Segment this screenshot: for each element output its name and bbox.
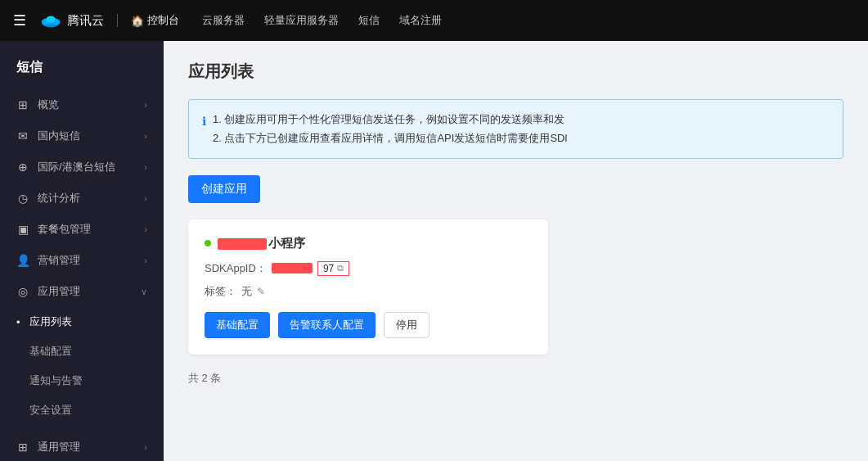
sdk-id-redacted	[272, 263, 313, 273]
sidebar-item-stats[interactable]: ◷ 统计分析 ›	[0, 183, 164, 214]
overview-label: 概览	[38, 97, 59, 112]
hamburger-icon[interactable]: ☰	[13, 11, 26, 29]
app-card: 小程序 SDKAppID： 97 ⧉ 标签： 无 ✎ 基础配置 告警联系人配置 …	[188, 219, 548, 355]
tag-label: 标签：	[205, 284, 236, 299]
logo-text: 腾讯云	[67, 13, 104, 29]
top-nav: ☰ 腾讯云 🏠 控制台 云服务器 轻量应用服务器 短信 域名注册	[0, 0, 868, 41]
stats-label: 统计分析	[38, 191, 80, 206]
domestic-icon: ✉	[16, 129, 29, 142]
tag-row: 标签： 无 ✎	[205, 284, 532, 299]
app-name: 小程序	[218, 236, 305, 251]
sidebar-title: 短信	[0, 49, 164, 89]
app-list-label: 应用列表	[29, 314, 72, 329]
security-label: 安全设置	[29, 403, 72, 418]
info-icon: ℹ	[202, 111, 206, 148]
disable-button[interactable]: 停用	[384, 312, 430, 338]
chevron-icon-domestic: ›	[144, 131, 147, 141]
sdk-value-box: 97 ⧉	[317, 261, 349, 276]
nav-divider	[117, 14, 118, 27]
info-line-2: 2. 点击下方已创建应用查看应用详情，调用短信API发送短信时需要使用SDl	[213, 129, 567, 147]
control-panel-label: 控制台	[147, 13, 179, 28]
sidebar: 短信 ⊞ 概览 › ✉ 国内短信 › ⊕ 国际/港澳台短信 › ◷	[0, 41, 164, 461]
sidebar-sub-item-basic-config[interactable]: 基础配置	[0, 337, 164, 366]
status-dot	[205, 240, 211, 246]
notifications-label: 通知与告警	[29, 373, 83, 388]
packages-icon: ▣	[16, 223, 29, 236]
page-title: 应用列表	[188, 61, 843, 83]
packages-label: 套餐包管理	[38, 222, 91, 237]
sdk-suffix: 97	[323, 263, 334, 274]
domestic-label: 国内短信	[38, 129, 80, 143]
sidebar-sub-item-app-list[interactable]: 应用列表	[0, 307, 164, 337]
overview-icon: ⊞	[16, 98, 29, 111]
app-card-actions: 基础配置 告警联系人配置 停用	[205, 312, 532, 338]
chevron-icon-packages: ›	[144, 224, 147, 234]
tag-value: 无	[241, 284, 252, 299]
menu-domain[interactable]: 域名注册	[399, 13, 442, 28]
menu-cloud-server[interactable]: 云服务器	[202, 13, 245, 28]
sidebar-item-marketing[interactable]: 👤 营销管理 ›	[0, 245, 164, 276]
info-box: ℹ 1. 创建应用可用于个性化管理短信发送任务，例如设置不同的发送频率和发 2.…	[188, 99, 843, 159]
app-name-redacted	[218, 238, 267, 250]
alert-config-button[interactable]: 告警联系人配置	[278, 312, 376, 338]
chevron-icon-intl: ›	[144, 162, 147, 172]
sidebar-item-general[interactable]: ⊞ 通用管理 ›	[0, 432, 164, 461]
sidebar-item-app-mgmt[interactable]: ◎ 应用管理 ∨	[0, 276, 164, 307]
app-mgmt-icon: ◎	[16, 285, 29, 298]
menu-lightweight[interactable]: 轻量应用服务器	[264, 13, 339, 28]
main-content: 应用列表 ℹ 1. 创建应用可用于个性化管理短信发送任务，例如设置不同的发送频率…	[164, 41, 868, 461]
info-line-1: 1. 创建应用可用于个性化管理短信发送任务，例如设置不同的发送频率和发	[213, 110, 567, 129]
chevron-icon-general: ›	[144, 442, 147, 452]
create-app-button[interactable]: 创建应用	[188, 175, 260, 203]
main-layout: 短信 ⊞ 概览 › ✉ 国内短信 › ⊕ 国际/港澳台短信 › ◷	[0, 41, 868, 461]
copy-icon[interactable]: ⧉	[337, 263, 344, 273]
app-card-header: 小程序	[205, 236, 532, 251]
chevron-icon-overview: ›	[144, 100, 147, 110]
basic-config-button[interactable]: 基础配置	[205, 312, 270, 338]
sidebar-sub-item-security[interactable]: 安全设置	[0, 395, 164, 425]
sdk-label: SDKAppID：	[205, 261, 267, 276]
logo-icon	[39, 12, 62, 29]
general-icon: ⊞	[16, 441, 29, 454]
marketing-icon: 👤	[16, 254, 29, 267]
sidebar-item-packages[interactable]: ▣ 套餐包管理 ›	[0, 214, 164, 245]
general-label: 通用管理	[38, 440, 80, 454]
chevron-icon-app-mgmt: ∨	[141, 287, 147, 297]
sdk-row: SDKAppID： 97 ⧉	[205, 261, 532, 276]
edit-icon[interactable]: ✎	[257, 286, 265, 297]
chevron-icon-stats: ›	[144, 193, 147, 203]
intl-icon: ⊕	[16, 160, 29, 174]
sidebar-sub-item-notifications[interactable]: 通知与告警	[0, 366, 164, 395]
marketing-label: 营销管理	[38, 253, 80, 268]
chevron-icon-marketing: ›	[144, 255, 147, 265]
control-panel-link[interactable]: 🏠 控制台	[131, 13, 179, 28]
logo-area: 腾讯云	[39, 12, 104, 29]
total-count: 共 2 条	[188, 371, 843, 386]
app-name-suffix: 小程序	[268, 236, 305, 250]
app-mgmt-label: 应用管理	[38, 284, 80, 299]
menu-sms[interactable]: 短信	[358, 13, 380, 28]
basic-config-label: 基础配置	[29, 344, 72, 359]
sidebar-item-overview[interactable]: ⊞ 概览 ›	[0, 89, 164, 120]
top-nav-menus: 云服务器 轻量应用服务器 短信 域名注册	[202, 13, 442, 28]
info-text: 1. 创建应用可用于个性化管理短信发送任务，例如设置不同的发送频率和发 2. 点…	[213, 110, 567, 148]
stats-icon: ◷	[16, 192, 29, 205]
sidebar-item-intl[interactable]: ⊕ 国际/港澳台短信 ›	[0, 151, 164, 183]
intl-label: 国际/港澳台短信	[38, 160, 115, 174]
home-icon: 🏠	[131, 15, 144, 27]
sidebar-item-domestic[interactable]: ✉ 国内短信 ›	[0, 120, 164, 151]
svg-point-3	[46, 16, 55, 22]
